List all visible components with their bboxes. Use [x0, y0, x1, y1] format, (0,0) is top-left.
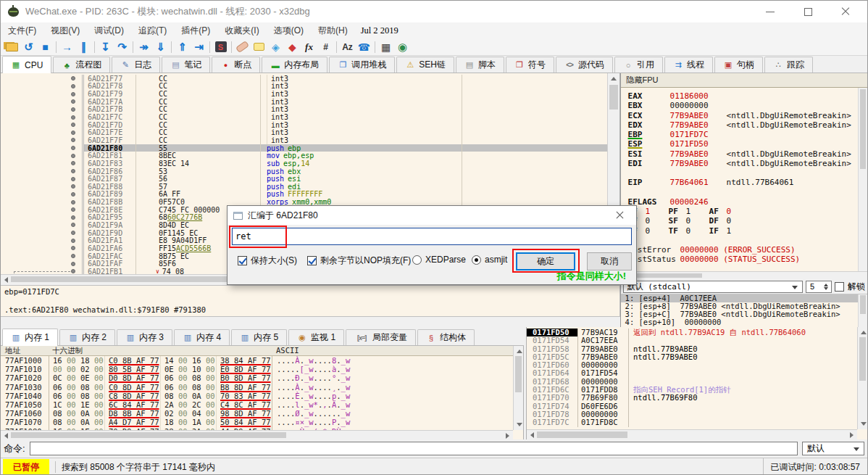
tab-dump-1[interactable]: ▥ 内存 1 [2, 329, 58, 346]
tab-watch-1[interactable]: ◉ 监视 1 [288, 329, 344, 345]
breakpoint-dot[interactable] [71, 92, 75, 96]
disasm-row[interactable]: 6AD21F86 53 pushebx [1, 168, 607, 175]
checkbox-box[interactable] [835, 282, 844, 292]
scroll-left-arrow[interactable] [4, 277, 8, 283]
tab-notes[interactable]: ▤ 笔记 [162, 57, 210, 73]
breakpoint-dot[interactable] [71, 246, 75, 250]
run-icon[interactable]: → [59, 40, 75, 54]
comments-icon[interactable] [251, 40, 267, 54]
menu-item[interactable]: 文件(F) [1, 25, 43, 37]
maximize-icon[interactable] [804, 7, 812, 16]
register-row[interactable]: EAX01186000 [628, 91, 856, 101]
memory-row[interactable]: 77AF1000 16 00 18 00 C0 8B AF 77 14 00 1… [1, 356, 513, 365]
calculator-icon[interactable]: ▦ [377, 40, 394, 54]
options-globe-icon[interactable]: ◉ [394, 40, 411, 54]
menu-item[interactable]: 帮助(H) [311, 25, 355, 37]
command-input[interactable] [30, 442, 798, 455]
flags-row[interactable]: OF0SF0DF0 [628, 216, 856, 226]
fill-with-nops-checkbox[interactable]: 剩余字节以NOP填充(F) [307, 255, 411, 267]
tab-dump-5[interactable]: ▥ 内存 5 [231, 329, 287, 345]
breakpoint-dot[interactable] [71, 184, 75, 189]
hide-fpu-button[interactable]: 隐藏FPU [621, 73, 867, 88]
breakpoint-dot[interactable] [71, 146, 75, 150]
tab-dump-4[interactable]: ▥ 内存 4 [174, 329, 230, 345]
toolbar-separator[interactable] [171, 41, 172, 53]
scrollbar-thumb[interactable] [609, 85, 618, 110]
toolbar-separator[interactable] [231, 41, 232, 53]
breakpoint-dot[interactable] [71, 215, 75, 220]
registers-vertical-scrollbar[interactable] [858, 88, 867, 271]
memory-row[interactable]: 77AF1020 0C 00 0E 00 D0 8D AF 77 06 00 0… [1, 373, 513, 382]
menu-item[interactable]: 追踪(T) [131, 25, 174, 37]
memory-row[interactable]: 77AF1070 08 00 0A 00 A4 D7 AF 77 18 00 1… [1, 418, 513, 426]
tab-locals[interactable]: [x=] 局部变量 [346, 329, 416, 345]
breakpoint-dot[interactable] [71, 76, 75, 80]
register-row[interactable]: ESP0171FD50 [628, 139, 856, 149]
tab-struct[interactable]: § 结构体 [417, 329, 475, 345]
memory-row[interactable]: 77AF1050 1C 00 1E 00 6C 84 AF 77 2A 00 2… [1, 400, 513, 409]
disasm-row[interactable]: 6AD21F7F CC int3 [1, 136, 607, 144]
checkbox-checked-icon[interactable] [238, 256, 247, 265]
register-row[interactable]: EDI77B9ABE0<ntdll.DbgUiRemoteBreakin> [628, 159, 856, 168]
breakpoint-dot[interactable] [71, 84, 75, 88]
breakpoint-dot[interactable] [71, 200, 75, 205]
menu-item[interactable]: 视图(V) [43, 25, 87, 37]
stack-row[interactable]: 0171FD5C 77B9ABE0 ntdll.77B9ABE0 [527, 353, 857, 361]
tab-handles[interactable]: ▣ 句柄 [714, 57, 763, 73]
dialog-close-icon[interactable] [609, 206, 630, 225]
breakpoint-dot[interactable] [71, 207, 75, 212]
breakpoint-dot[interactable] [71, 161, 75, 165]
checkbox-checked-icon[interactable] [307, 256, 317, 265]
bookmarks-icon[interactable]: ◆ [284, 40, 301, 54]
tab-source[interactable]: <> 源代码 [556, 57, 613, 73]
stack-row[interactable]: 0171FD50 77B9AC19 返回到 ntdll.77B9AC19 自 n… [527, 329, 857, 336]
menu-item[interactable]: 插件(P) [174, 25, 217, 37]
flags-row[interactable]: ZF1PF1AF0 [628, 207, 856, 216]
breakpoint-dot[interactable] [71, 269, 75, 273]
calling-convention-select[interactable]: 默认 (stdcall) [623, 281, 803, 293]
breakpoint-dot[interactable] [71, 254, 75, 258]
register-row-eip[interactable]: EIP77B64061ntdll.77B64061 [628, 178, 856, 187]
memory-vertical-scrollbar[interactable] [513, 346, 523, 430]
breakpoint-dot[interactable] [71, 131, 75, 135]
toolbar-separator[interactable] [133, 41, 133, 53]
xedparse-radio[interactable]: XEDParse [412, 255, 466, 265]
tab-graph[interactable]: ♣ 流程图 [53, 57, 110, 73]
asmjit-radio[interactable]: asmjit [472, 255, 507, 265]
tab-log[interactable]: ✎ 日志 [112, 57, 160, 73]
cancel-button[interactable]: 取消 [587, 252, 632, 270]
stack-row[interactable]: 0171FD78 00000000 [527, 410, 857, 418]
tab-seh[interactable]: ⚠ SEH链 [396, 57, 454, 73]
tab-cpu[interactable]: ▦ CPU [2, 56, 51, 73]
disasm-row[interactable]: 6AD21F7E CC int3 [1, 128, 607, 136]
breakpoint-dot[interactable] [71, 115, 75, 120]
toolbar-separator[interactable] [94, 41, 95, 53]
close-icon[interactable] [841, 7, 850, 16]
disasm-row[interactable]: 6AD21F7C CC int3 [1, 113, 607, 121]
toolbar-separator[interactable] [336, 41, 337, 53]
disasm-row[interactable]: 6AD21F81 8BEC movebp,esp [1, 152, 607, 160]
keep-size-checkbox[interactable]: 保持大小(S) [238, 255, 297, 267]
assemble-instruction-input[interactable] [232, 228, 632, 245]
breakpoint-dot[interactable] [71, 223, 75, 227]
snowman-icon[interactable]: # [317, 40, 334, 54]
disasm-row[interactable]: 6AD21F87 56 pushesi [1, 175, 607, 183]
notifications-icon[interactable]: ☎ [356, 40, 372, 54]
tab-breakpoints[interactable]: ● 断点 [212, 57, 260, 73]
last-status-row[interactable]: LastStatus00000000 (STATUS_SUCCESS) [628, 255, 856, 264]
stack-row[interactable]: 0171FD60 00000000 [527, 361, 857, 369]
step-into-icon[interactable]: ↧ [97, 40, 114, 54]
pause-icon[interactable]: ∥ [75, 40, 92, 54]
tab-dump-3[interactable]: ▥ 内存 3 [117, 329, 172, 345]
stack-vertical-scrollbar[interactable] [857, 327, 867, 429]
disasm-row[interactable]: 6AD21F88 57 pushedi [1, 183, 607, 191]
register-row[interactable]: EBP0171FD7C [628, 130, 856, 139]
register-row[interactable]: ESI77B9ABE0<ntdll.DbgUiRemoteBreakin> [628, 149, 856, 159]
functions-icon[interactable]: fx [301, 40, 317, 54]
stack-horizontal-scrollbar[interactable] [527, 429, 857, 439]
breakpoint-dot[interactable] [71, 107, 75, 112]
radio-on-icon[interactable] [472, 255, 481, 265]
step-out-icon[interactable]: ⇑ [174, 40, 191, 54]
menu-item[interactable]: 选项(O) [267, 25, 311, 37]
toolbar-separator[interactable] [56, 41, 57, 53]
